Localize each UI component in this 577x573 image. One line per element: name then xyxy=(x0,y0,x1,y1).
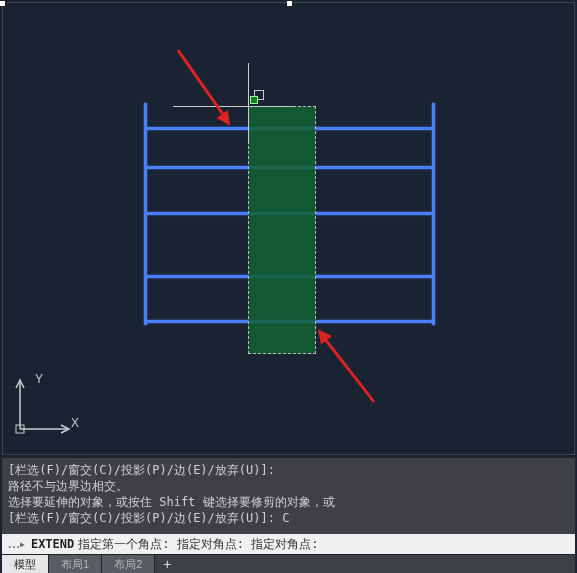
command-keyword: EXTEND xyxy=(31,537,74,551)
cmd-line-1: [栏选(F)/窗交(C)/投影(P)/边(E)/放弃(U)]: xyxy=(8,462,569,478)
command-input[interactable]: ...▸ EXTEND 指定第一个角点: 指定对角点: 指定对角点: xyxy=(2,534,575,554)
chevron-icon: ...▸ xyxy=(6,537,23,551)
tab-model[interactable]: 模型 xyxy=(2,555,49,573)
cmd-line-4: [栏选(F)/窗交(C)/投影(P)/边(E)/放弃(U)]: C xyxy=(8,510,569,526)
cmd-line-3: 选择要延伸的对象，或按住 Shift 键选择要修剪的对象，或 xyxy=(8,494,569,510)
tab-model-label: 模型 xyxy=(14,557,36,572)
layout-tabbar: 模型 布局1 布局2 + xyxy=(2,554,575,573)
command-prompt: 指定第一个角点: 指定对角点: 指定对角点: xyxy=(78,536,318,553)
tab-layout1-label: 布局1 xyxy=(61,557,89,572)
drawing-content: Y X xyxy=(3,3,574,454)
plus-icon: + xyxy=(163,558,171,570)
tab-layout2[interactable]: 布局2 xyxy=(102,555,155,573)
ucs-y-label: Y xyxy=(35,372,43,386)
ucs-icon: Y X xyxy=(15,374,85,444)
selection-window xyxy=(248,106,316,354)
autosnap-marker xyxy=(250,96,258,104)
tab-add[interactable]: + xyxy=(155,555,179,573)
tab-layout1[interactable]: 布局1 xyxy=(49,555,102,573)
annotation-arrow-2 xyxy=(324,338,376,403)
ucs-x-label: X xyxy=(71,416,79,430)
crosshair-vertical xyxy=(248,63,249,143)
tab-layout2-label: 布局2 xyxy=(114,557,142,572)
drawing-canvas[interactable]: Y X xyxy=(2,2,575,455)
crosshair-horizontal xyxy=(173,106,293,107)
cmd-line-2: 路径不与边界边相交。 xyxy=(8,478,569,494)
